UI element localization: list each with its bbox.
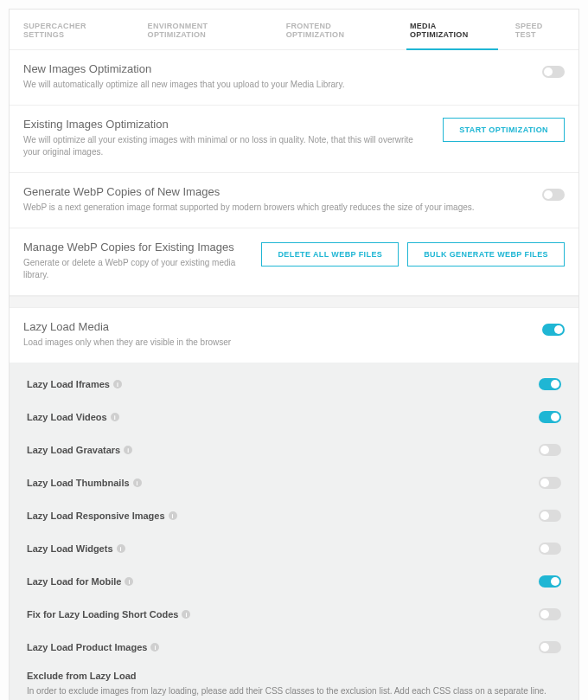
lazy-option-row: Lazy Load Iframesi	[23, 368, 565, 401]
lazy-option-row: Lazy Load Responsive Imagesi	[23, 499, 565, 532]
section-lazy-load: Lazy Load Media Load images only when th…	[10, 308, 578, 363]
new-images-toggle[interactable]	[542, 66, 565, 78]
lazy-option-row: Lazy Load Thumbnailsi	[23, 466, 565, 499]
info-icon[interactable]: i	[124, 446, 132, 454]
generate-webp-desc: WebP is a next generation image format s…	[23, 202, 528, 214]
lazy-option-toggle[interactable]	[539, 641, 561, 653]
info-icon[interactable]: i	[113, 380, 122, 389]
lazy-load-desc: Load images only when they are visible i…	[23, 337, 528, 349]
info-icon[interactable]: i	[111, 413, 119, 421]
lazy-option-toggle[interactable]	[539, 608, 561, 620]
tab-media-optimization[interactable]: MEDIA OPTIMIZATION	[399, 10, 505, 49]
media-optimization-panel: SUPERCACHER SETTINGSENVIRONMENT OPTIMIZA…	[9, 9, 579, 700]
lazy-option-label: Fix for Lazy Loading Short Codesi	[27, 609, 190, 620]
tab-speed-test[interactable]: SPEED TEST	[505, 10, 575, 49]
exclude-title: Exclude from Lazy Load	[27, 671, 561, 681]
lazy-option-row: Lazy Load Videosi	[23, 401, 565, 433]
lazy-option-label: Lazy Load for Mobilei	[27, 576, 133, 587]
lazy-option-row: Fix for Lazy Loading Short Codesi	[23, 598, 565, 631]
lazy-option-row: Lazy Load Gravatarsi	[23, 433, 565, 466]
lazy-option-label: Lazy Load Product Imagesi	[27, 642, 159, 652]
lazy-option-toggle[interactable]	[539, 444, 561, 456]
lazy-option-label: Lazy Load Responsive Imagesi	[27, 511, 177, 521]
existing-images-desc: We will optimize all your existing image…	[23, 134, 429, 158]
lazy-option-label: Lazy Load Iframesi	[27, 379, 122, 389]
lazy-option-label: Lazy Load Widgetsi	[27, 543, 125, 554]
new-images-desc: We will automatically optimize all new i…	[23, 79, 528, 91]
generate-webp-toggle[interactable]	[542, 189, 565, 201]
lazy-option-row: Lazy Load for Mobilei	[23, 565, 565, 598]
lazy-option-label: Lazy Load Thumbnailsi	[27, 478, 142, 488]
info-icon[interactable]: i	[125, 577, 133, 586]
existing-images-title: Existing Images Optimization	[23, 118, 429, 131]
lazy-option-label: Lazy Load Gravatarsi	[27, 445, 132, 455]
tab-frontend-optimization[interactable]: FRONTEND OPTIMIZATION	[276, 10, 399, 49]
tab-supercacher-settings[interactable]: SUPERCACHER SETTINGS	[13, 10, 137, 49]
tab-environment-optimization[interactable]: ENVIRONMENT OPTIMIZATION	[137, 10, 276, 49]
lazy-option-toggle[interactable]	[539, 411, 561, 423]
lazy-option-toggle[interactable]	[539, 378, 561, 390]
section-new-images: New Images Optimization We will automati…	[10, 50, 578, 106]
lazy-option-toggle[interactable]	[539, 510, 561, 522]
info-icon[interactable]: i	[169, 511, 177, 520]
lazy-load-toggle[interactable]	[542, 324, 565, 336]
new-images-title: New Images Optimization	[23, 62, 528, 75]
lazy-load-subpanel: Lazy Load IframesiLazy Load VideosiLazy …	[10, 363, 578, 700]
info-icon[interactable]: i	[150, 643, 159, 652]
lazy-option-label: Lazy Load Videosi	[27, 412, 119, 422]
info-icon[interactable]: i	[117, 544, 125, 553]
manage-webp-desc: Generate or delete a WebP copy of your e…	[23, 257, 247, 281]
tab-bar: SUPERCACHER SETTINGSENVIRONMENT OPTIMIZA…	[10, 10, 578, 50]
exclude-desc: In order to exclude images from lazy loa…	[27, 686, 561, 696]
exclude-block: Exclude from Lazy Load In order to exclu…	[23, 664, 565, 700]
generate-webp-title: Generate WebP Copies of New Images	[23, 185, 528, 198]
info-icon[interactable]: i	[133, 478, 142, 487]
info-icon[interactable]: i	[182, 610, 190, 619]
manage-webp-title: Manage WebP Copies for Existing Images	[23, 241, 247, 254]
bulk-webp-button[interactable]: BULK GENERATE WEBP FILES	[407, 242, 565, 267]
start-optimization-button[interactable]: START OPTIMIZATION	[443, 118, 565, 142]
lazy-load-title: Lazy Load Media	[23, 320, 528, 333]
lazy-option-row: Lazy Load Widgetsi	[23, 532, 565, 565]
delete-webp-button[interactable]: DELETE ALL WEBP FILES	[261, 242, 399, 267]
section-manage-webp: Manage WebP Copies for Existing Images G…	[10, 228, 578, 296]
lazy-option-toggle[interactable]	[539, 477, 561, 489]
lazy-option-row: Lazy Load Product Imagesi	[23, 631, 565, 664]
section-generate-webp: Generate WebP Copies of New Images WebP …	[10, 173, 578, 228]
lazy-option-toggle[interactable]	[539, 543, 561, 555]
section-existing-images: Existing Images Optimization We will opt…	[10, 106, 578, 173]
lazy-option-toggle[interactable]	[539, 575, 561, 588]
divider	[10, 296, 578, 308]
